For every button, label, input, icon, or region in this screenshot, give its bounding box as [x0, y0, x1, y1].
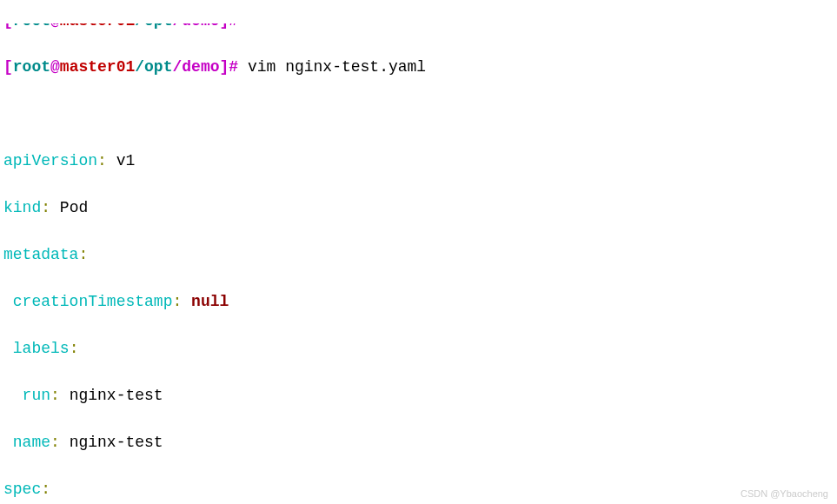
yaml-line-spec: spec:: [3, 478, 834, 501]
blank-line: [3, 103, 834, 126]
key-labels: labels: [13, 340, 70, 357]
prompt-path-opt: /opt: [135, 23, 172, 30]
prompt-path-opt: /opt: [135, 58, 172, 76]
prompt-bracket-open: [: [3, 23, 13, 30]
val-creationtimestamp: null: [191, 293, 229, 310]
val-run: nginx-test: [70, 387, 163, 404]
prompt-host: master01: [60, 23, 135, 30]
prompt-user: root: [13, 23, 50, 30]
yaml-line-apiversion: apiVersion: v1: [3, 149, 834, 173]
partial-line-top: [root@master01/opt/demo]#: [3, 23, 834, 32]
terminal-content[interactable]: [root@master01/opt/demo]# [root@master01…: [0, 0, 837, 504]
key-spec: spec: [3, 481, 41, 498]
key-meta-name: name: [13, 434, 50, 451]
yaml-line-run: run: nginx-test: [3, 384, 834, 408]
prompt-bracket-open: [: [3, 58, 13, 76]
prompt-at: @: [50, 23, 60, 30]
key-creationtimestamp: creationTimestamp: [13, 293, 173, 310]
prompt-line: [root@master01/opt/demo]# vim nginx-test…: [3, 56, 834, 79]
prompt-path-demo: /demo: [172, 58, 219, 76]
watermark-text: CSDN @Ybaocheng: [741, 487, 828, 501]
yaml-line-meta-name: name: nginx-test: [3, 431, 834, 454]
key-run: run: [23, 387, 50, 404]
prompt-command: vim nginx-test.yaml: [238, 58, 426, 76]
prompt-host: master01: [60, 58, 135, 76]
prompt-bracket-close: ]: [220, 58, 229, 76]
prompt-at: @: [50, 58, 60, 76]
val-meta-name: nginx-test: [70, 434, 163, 451]
key-kind: kind: [3, 199, 41, 216]
key-metadata: metadata: [3, 246, 78, 263]
val-apiversion: v1: [116, 152, 136, 169]
prompt-hash: #: [229, 23, 238, 30]
prompt-hash: #: [229, 58, 238, 76]
yaml-line-metadata: metadata:: [3, 243, 834, 267]
val-kind: Pod: [60, 199, 88, 216]
key-apiversion: apiVersion: [3, 152, 97, 169]
yaml-line-labels: labels:: [3, 337, 834, 361]
prompt-bracket-close: ]: [220, 23, 229, 30]
prompt-path-demo: /demo: [172, 23, 219, 30]
prompt-user: root: [13, 58, 50, 76]
yaml-line-kind: kind: Pod: [3, 196, 834, 220]
yaml-line-creationtimestamp: creationTimestamp: null: [3, 290, 834, 314]
